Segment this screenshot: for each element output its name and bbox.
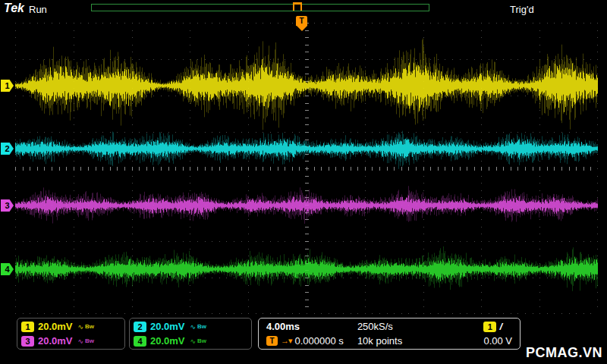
ch4-coupling-icon: ∿ — [190, 337, 197, 345]
tek-logo: Tek — [4, 2, 24, 15]
ch4-marker[interactable]: 4 — [1, 263, 14, 275]
ch3-readout[interactable]: 3 20.0mV ∿Bw — [21, 334, 121, 347]
ch1-readout[interactable]: 1 20.0mV ∿Bw — [21, 320, 121, 333]
record-length: 10k points — [357, 335, 402, 347]
trigger-position-marker[interactable]: T — [296, 16, 307, 31]
ch1-coupling-icon: ∿ — [78, 323, 84, 331]
timebase-trigger-readout-box: 4.00ms T →▾ 0.000000 s 250kS/s 10k point… — [258, 318, 521, 350]
ch3-coupling-icons: ∿Bw — [78, 337, 95, 345]
ch2-bandwidth-icon: Bw — [197, 323, 206, 330]
trigger-slope-icon: / — [499, 321, 502, 332]
acquisition-column: 250kS/s 10k points — [357, 320, 402, 347]
timebase-column: 4.00ms T →▾ 0.000000 s — [266, 320, 344, 347]
acquisition-status: Run — [29, 4, 47, 15]
ch4-scale[interactable]: 20.0mV — [150, 335, 185, 347]
ch1-bandwidth-icon: Bw — [85, 323, 94, 330]
trigger-badge: T — [266, 336, 278, 346]
ch3-bandwidth-icon: Bw — [85, 337, 94, 344]
trigger-source-badge: 1 — [483, 322, 496, 332]
trigger-position-readout[interactable]: T →▾ 0.000000 s — [266, 334, 344, 347]
trigger-source-readout[interactable]: 1 / — [483, 320, 512, 333]
trigger-arrow-icon: →▾ — [281, 336, 292, 346]
ch2-coupling-icon: ∿ — [190, 323, 197, 331]
ch2-scale[interactable]: 20.0mV — [150, 321, 185, 332]
ch4-coupling-icons: ∿Bw — [190, 337, 207, 345]
ch1-badge[interactable]: 1 — [21, 322, 34, 332]
ch1-coupling-icons: ∿Bw — [78, 323, 95, 331]
ch1-marker[interactable]: 1 — [1, 80, 14, 92]
trigger-flag-icon: T — [296, 16, 307, 26]
timebase-scale[interactable]: 4.00ms — [266, 321, 300, 332]
trigger-level[interactable]: 0.00 V — [483, 335, 512, 347]
record-view-bar — [91, 4, 429, 11]
ch4-badge[interactable]: 4 — [134, 336, 146, 347]
oscilloscope-screen: Tek Run Trig'd T 1 2 3 4 1 20.0mV ∿Bw 3 … — [0, 0, 607, 364]
trigger-flag-arrow-icon — [297, 26, 307, 31]
ch1-ch3-readout-box: 1 20.0mV ∿Bw 3 20.0mV ∿Bw — [17, 318, 125, 350]
ch2-ch4-readout-box: 2 20.0mV ∿Bw 4 20.0mV ∿Bw — [129, 318, 252, 350]
ch2-readout[interactable]: 2 20.0mV ∿Bw — [134, 320, 247, 333]
ch3-coupling-icon: ∿ — [78, 337, 84, 345]
ch1-scale[interactable]: 20.0mV — [38, 321, 73, 332]
record-trigger-position-icon — [293, 2, 302, 11]
trigger-status: Trig'd — [510, 4, 534, 15]
ch4-bandwidth-icon: Bw — [197, 337, 206, 344]
ch4-readout[interactable]: 4 20.0mV ∿Bw — [134, 334, 247, 347]
watermark: PCMAG.VN — [526, 345, 602, 361]
ch3-scale[interactable]: 20.0mV — [38, 335, 73, 347]
trigger-position: 0.000000 s — [295, 335, 344, 347]
ch2-badge[interactable]: 2 — [134, 322, 146, 332]
ch3-badge[interactable]: 3 — [21, 336, 34, 347]
ch3-marker[interactable]: 3 — [1, 199, 14, 212]
ch2-marker[interactable]: 2 — [1, 143, 14, 155]
waveform-display-canvas — [15, 23, 598, 314]
ch2-coupling-icons: ∿Bw — [190, 323, 207, 331]
sample-rate: 250kS/s — [357, 321, 393, 332]
trigger-column: 1 / 0.00 V — [483, 320, 512, 347]
